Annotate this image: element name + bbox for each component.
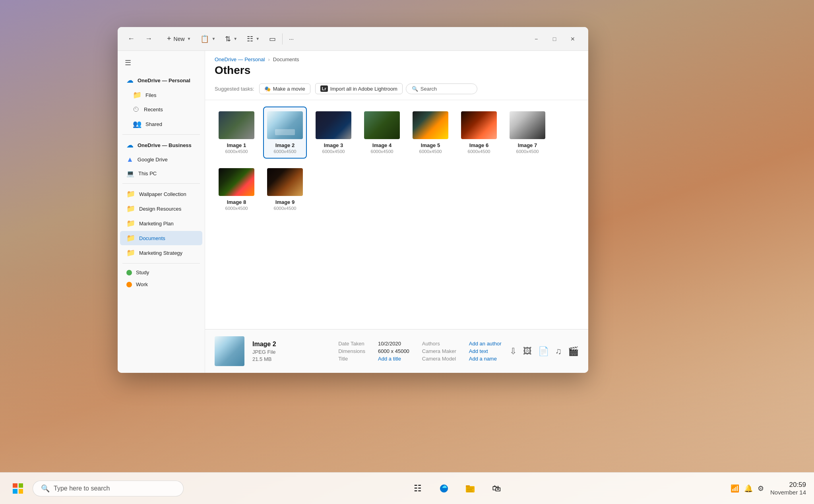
back-button[interactable]: ← [124,32,138,46]
file-grid: Image 1 6000x4500 Image 2 6000x4500 Imag… [215,107,579,215]
camera-maker-value[interactable]: Add text [469,348,502,354]
document-tool-icon[interactable]: 📄 [538,346,549,357]
store-button[interactable]: 🛍 [486,479,506,498]
work-dot-icon [126,282,132,287]
file-item-2[interactable]: Image 2 6000x4500 [263,107,307,159]
title-label: Title [338,356,365,362]
sidebar-item-files[interactable]: 📁 Files [120,88,202,102]
sidebar-item-google-drive[interactable]: ▲ Google Drive [120,153,202,167]
toolbar-sep [282,33,283,45]
cloud-icon: ☁ [126,76,134,85]
authors-value[interactable]: Add an author [469,341,502,347]
file-name-5: Image 5 [421,142,440,148]
sidebar-menu-button[interactable]: ☰ [121,56,135,70]
more-button[interactable]: ··· [284,33,298,45]
breadcrumb-onedrive[interactable]: OneDrive — Personal [215,56,265,62]
thumbnail-3 [316,111,351,139]
start-button[interactable] [8,479,28,498]
sidebar-item-documents[interactable]: 📁 Documents 📌 [120,231,202,245]
search-bar-icon: 🔍 [41,484,50,493]
detail-file-size: 21.5 MB [252,356,330,362]
maximize-button[interactable]: □ [545,31,564,47]
file-name-8: Image 8 [227,199,246,205]
sidebar-item-this-pc[interactable]: 💻 This PC [120,167,202,180]
taskbar-left: 🔍 Type here to search [8,479,184,498]
title-value[interactable]: Add a title [378,356,409,362]
file-item-6[interactable]: Image 6 6000x4500 [457,107,501,159]
wifi-icon[interactable]: 📶 [731,484,739,493]
file-item-3[interactable]: Image 3 6000x4500 [312,107,355,159]
file-item-8[interactable]: Image 8 6000x4500 [215,163,258,215]
clock-date: November 14 [770,489,806,496]
file-item-4[interactable]: Image 4 6000x4500 [360,107,404,159]
search-button[interactable]: 🔍 Search [406,83,477,94]
folder-yellow-icon: 📁 [126,190,135,198]
sidebar-item-onedrive-business[interactable]: ☁ OneDrive — Business [120,138,202,152]
sidebar-item-wallpaper[interactable]: 📁 Wallpaper Collection 📌 [120,187,202,201]
preview-button[interactable]: ▭ [264,32,281,46]
folder-yellow-icon-2: 📁 [126,204,135,213]
file-name-4: Image 4 [372,142,391,148]
download-icon[interactable]: ⇩ [510,346,517,357]
thumbnail-9 [267,168,303,196]
study-dot-icon [126,270,132,275]
system-clock[interactable]: 20:59 November 14 [770,481,806,496]
clock-icon: ⏲ [133,105,140,114]
file-item-9[interactable]: Image 9 6000x4500 [263,163,307,215]
minimize-button[interactable]: − [527,31,545,47]
sidebar-item-marketing-strategy[interactable]: 📁 Marketing Strategy 📌 [120,246,202,260]
detail-file-type: JPEG File [252,349,330,355]
file-name-1: Image 1 [227,142,246,148]
preview-icon: ▭ [269,35,276,43]
file-item-7[interactable]: Image 7 6000x4500 [506,107,549,159]
sidebar-item-study[interactable]: Study [120,267,202,278]
file-meta-4: 6000x4500 [371,149,393,154]
view-button[interactable]: ☷ ▼ [242,32,264,46]
copy-button[interactable]: 📋 ▼ [196,32,220,46]
sidebar-item-shared[interactable]: 👥 Shared [120,117,202,131]
file-explorer-button[interactable] [460,479,480,498]
file-name-7: Image 7 [518,142,537,148]
detail-toolbar: ⇩ 🖼 📄 ♫ 🎬 [510,346,579,357]
computer-icon: 💻 [126,170,134,177]
video-tool-icon[interactable]: 🎬 [568,346,579,357]
camera-model-value[interactable]: Add a name [469,356,502,362]
make-movie-button[interactable]: 🎭 Make a movie [259,83,310,94]
search-bar-placeholder: Type here to search [54,485,110,492]
task-view-button[interactable]: ☷ [408,479,428,498]
sidebar-item-marketing-plan[interactable]: 📁 Marketing Plan 📌 [120,216,202,231]
forward-button[interactable]: → [141,32,156,46]
sidebar-item-work[interactable]: Work [120,279,202,290]
sidebar-divider-2 [122,183,200,184]
sidebar-item-onedrive-personal[interactable]: ☁ OneDrive — Personal [120,73,202,87]
nav-controls: ← → [124,32,156,46]
music-tool-icon[interactable]: ♫ [555,346,562,357]
system-tray: 📶 🔔 ⚙ [731,484,764,493]
import-lightroom-button[interactable]: Lr Import all in Adobe Lightroom [315,83,403,94]
thumbnail-4 [364,111,400,139]
sort-button[interactable]: ⇅ ▼ [220,32,242,46]
file-meta-6: 6000x4500 [468,149,490,154]
file-meta-2: 6000x4500 [274,149,297,154]
edge-button[interactable] [434,479,454,498]
thumbnail-7 [510,111,545,139]
notification-icon[interactable]: 🔔 [744,484,753,493]
breadcrumb: OneDrive — Personal › Documents [205,51,588,62]
page-title: Others [205,62,588,81]
sidebar-item-recents[interactable]: ⏲ Recents [120,103,202,116]
new-button[interactable]: + New ▼ [162,32,196,45]
image-tool-icon[interactable]: 🖼 [523,346,532,357]
file-item-1[interactable]: Image 1 6000x4500 [215,107,258,159]
main-content: OneDrive — Personal › Documents Others S… [205,51,588,373]
date-taken-value: 10/2/2020 [378,341,409,347]
copy-icon: 📋 [200,35,209,43]
taskbar-search[interactable]: 🔍 Type here to search [33,481,184,496]
settings-icon[interactable]: ⚙ [758,484,764,493]
sort-icon: ⇅ [225,35,231,43]
sidebar-item-design[interactable]: 📁 Design Resources 📌 [120,202,202,216]
camera-maker-label: Camera Maker [422,348,456,354]
close-button[interactable]: ✕ [564,31,582,47]
file-item-5[interactable]: Image 5 6000x4500 [409,107,452,159]
dimensions-value: 6000 x 45000 [378,348,409,354]
clock-time: 20:59 [770,481,806,489]
